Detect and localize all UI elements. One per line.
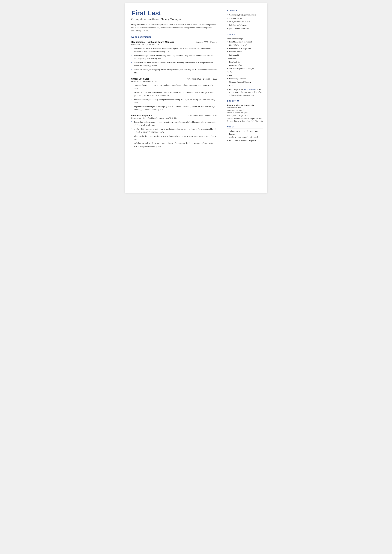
education-header: EDUCATION	[227, 100, 263, 103]
job-header-3: Industrial Hygienist September 2017 – Oc…	[131, 114, 217, 117]
job-company-1: Resume Worded, New York, NY	[131, 44, 217, 46]
job-block-3: Industrial Hygienist September 2017 – Oc…	[131, 114, 217, 148]
other-list: Volunteered in a 3-month Data Science Pr…	[227, 130, 263, 142]
edu-major-1: Major in Public Health	[227, 109, 263, 112]
bullet-2-4: Implemented an employee incentive progra…	[131, 105, 217, 111]
job-dates-3: September 2017 – October 2018	[188, 115, 217, 117]
edu-awards-1: Awards: Resume Worded Teaching Fellow (o…	[227, 117, 263, 122]
edu-minors-1: Minors in Industrial Hygiene	[227, 112, 263, 114]
skills-header: SKILLS	[227, 34, 263, 36]
skills-list-techniques: Risk Analysis Radiation Safety Customer …	[227, 61, 263, 70]
job-block-1: Occupational Health and Safety Manager J…	[131, 41, 217, 74]
job-company-3: Resume Worded's Exciting Company, New Yo…	[131, 117, 217, 119]
job-bullets-2: Supervised consultation and trained empl…	[131, 84, 217, 111]
skill-tool-1: PPE	[227, 74, 263, 77]
skill-industry-4: Research Process	[227, 50, 263, 53]
contact-section: CONTACT Wilmington, DE (Open to Remote) …	[227, 9, 263, 30]
edu-location-date-1: Boston, MA — August 2017	[227, 114, 263, 117]
other-item-3: BCG Certified Industrial Hygienist	[227, 140, 263, 142]
work-experience-section: WORK EXPERIENCE Occupational Health and …	[131, 36, 217, 148]
skill-tool-2: Respiratory Fit Tester	[227, 77, 263, 80]
right-column: CONTACT Wilmington, DE (Open to Remote) …	[223, 3, 267, 193]
bullet-1-2: Recommended procedures for detecting, pr…	[131, 54, 217, 60]
contact-header: CONTACT	[227, 9, 263, 12]
candidate-name: First Last	[131, 9, 217, 17]
skills-list-industry: Risk Management (Advanced) First Aid (Ex…	[227, 41, 263, 56]
skills-category-techniques: Techniques:	[227, 58, 263, 60]
contact-list: Wilmington, DE (Open to Remote) +1-234-4…	[227, 14, 263, 30]
skill-tool-3: Chemical Resistant Clothing	[227, 81, 263, 83]
skill-industry-1: Risk Management (Advanced)	[227, 41, 263, 43]
other-section: OTHER Volunteered in a 3-month Data Scie…	[227, 126, 263, 142]
skills-note: Don't forget to use Resume Worded to sca…	[227, 88, 263, 97]
bullet-1-4: Organized 5 safety training programs for…	[131, 68, 217, 74]
skill-technique-2: Radiation Safety	[227, 64, 263, 67]
skills-list-tools: PPE Respiratory Fit Tester Chemical Resi…	[227, 74, 263, 87]
job-company-2: Growthsi, San Francisco, CA	[131, 80, 217, 83]
skill-tool-4: RPE	[227, 84, 263, 87]
bullet-2-3: Enhanced worker productivity through inn…	[131, 98, 217, 104]
edu-entry-1: Resume Worded University Master of Scien…	[227, 104, 263, 122]
skill-industry-3: Environmental Management	[227, 47, 263, 50]
skills-note-prefix: Don't forget to use	[229, 88, 244, 91]
bullet-3-1: Researched and developed engineering con…	[131, 121, 217, 127]
skill-technique-1: Risk Analysis	[227, 61, 263, 63]
other-header: OTHER	[227, 126, 263, 129]
bullet-3-2: Analyzed 20+ samples of air for asbestos…	[131, 128, 217, 134]
skill-industry-2: First Aid (Experienced)	[227, 44, 263, 47]
bullet-2-2: Monitored 500+ sites for compliance with…	[131, 91, 217, 97]
bullet-2-1: Supervised consultation and trained empl…	[131, 84, 217, 90]
other-item-1: Volunteered in a 3-month Data Science Pr…	[227, 130, 263, 135]
summary-text: Occupational health and safety manager w…	[131, 23, 217, 32]
edu-school-1: Resume Worded University	[227, 104, 263, 106]
skills-section: SKILLS Industry Knowledge: Risk Manageme…	[227, 34, 263, 97]
job-dates-2: November 2019 – December 2020	[187, 78, 217, 80]
job-bullets-1: Surveyed the causes of workplace acciden…	[131, 47, 217, 74]
contact-item-location: Wilmington, DE (Open to Remote)	[227, 14, 263, 16]
resume-page: First Last Occupation Health and Safety …	[125, 3, 267, 193]
job-dates-1: January 2021 – Present	[196, 41, 217, 43]
job-bullets-3: Researched and developed engineering con…	[131, 121, 217, 148]
bullet-3-4: Collaborated with 92+ local businesses t…	[131, 142, 217, 148]
contact-item-linkedin: linkedin.com/in/username	[227, 24, 263, 27]
contact-item-phone: +1-234-456-789	[227, 17, 263, 20]
job-title-2: Safety Specialist	[131, 77, 149, 80]
job-header-2: Safety Specialist November 2019 – Decemb…	[131, 77, 217, 80]
edu-degree-1: Master of Science	[227, 106, 263, 109]
left-column: First Last Occupation Health and Safety …	[125, 3, 223, 193]
contact-item-github: github.com/resumeworded	[227, 27, 263, 30]
other-item-2: Qualified Environmental Professional	[227, 136, 263, 139]
bullet-1-1: Surveyed the causes of workplace acciden…	[131, 47, 217, 53]
skill-industry-5: Safety Audit	[227, 54, 263, 56]
job-title-1: Occupational Health and Safety Manager	[131, 41, 174, 43]
candidate-title: Occupation Health and Safety Manager	[131, 18, 217, 21]
job-header-1: Occupational Health and Safety Manager J…	[131, 41, 217, 43]
job-title-3: Industrial Hygienist	[131, 114, 152, 117]
resume-worded-link[interactable]: Resume Worded	[244, 88, 256, 91]
bullet-1-3: Conducted 21+ direct testing of air and …	[131, 61, 217, 67]
work-experience-header: WORK EXPERIENCE	[131, 36, 217, 39]
education-section: EDUCATION Resume Worded University Maste…	[227, 100, 263, 122]
contact-item-email: email@resumeworded.com	[227, 21, 263, 23]
skill-technique-3: Customer Segmentation Analysis	[227, 67, 263, 70]
skills-category-industry: Industry Knowledge:	[227, 38, 263, 40]
job-block-2: Safety Specialist November 2019 – Decemb…	[131, 77, 217, 111]
bullet-3-3: Eliminated risks to 300+ workers across …	[131, 135, 217, 141]
skills-category-tools: Tools:	[227, 71, 263, 73]
